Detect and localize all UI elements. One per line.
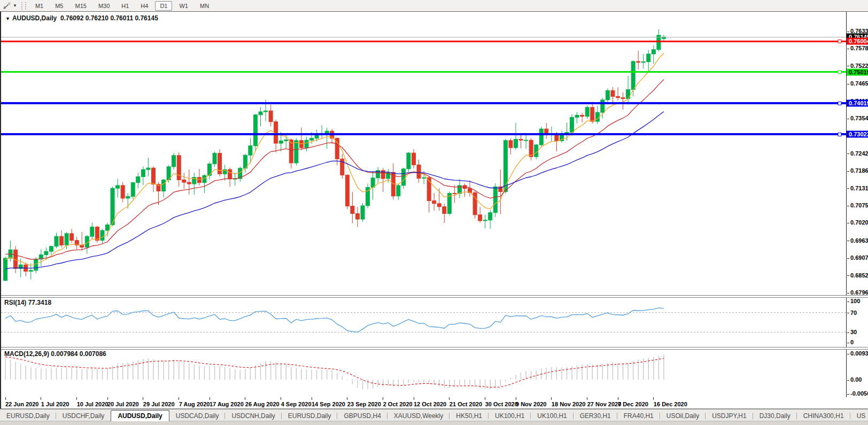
status-bar <box>0 421 868 425</box>
date-axis-label: 27 Nov 2020 <box>587 401 622 407</box>
rsi-axis-label: 100 <box>847 298 860 304</box>
price-axis-label: 0.71865 <box>847 167 868 174</box>
chart-tab-uk100-h1[interactable]: UK100,H1 <box>489 411 531 421</box>
macd-axis-label: -0.005674 <box>847 390 868 397</box>
price-axis-label: 0.69630 <box>847 237 868 244</box>
pane-splitter-rsi[interactable] <box>1 295 868 298</box>
chart-tab-usdjpy-h1[interactable]: USDJPY,H1 <box>706 411 753 421</box>
chart-tab-hk50-h1[interactable]: HK50,H1 <box>449 411 489 421</box>
collapse-triangle-icon[interactable]: ▼ <box>5 16 10 21</box>
hline-price-badge: 0.76004 <box>847 38 868 45</box>
date-axis-label: 16 Dec 2020 <box>654 401 687 407</box>
timeframe-button-m30[interactable]: M30 <box>94 1 114 11</box>
price-axis-label: 0.75780 <box>847 45 868 51</box>
date-axis-label: 21 Oct 2020 <box>449 401 482 407</box>
rsi-indicator-label: RSI(14) 77.3418 <box>4 299 51 306</box>
chart-title: ▼AUDUSD,Daily 0.76092 0.76210 0.76011 0.… <box>5 14 158 22</box>
timeframe-button-h1[interactable]: H1 <box>117 1 134 11</box>
hline-price-badge: 0.75019 <box>847 68 868 75</box>
chart-tab-ger30-h1[interactable]: GER30,H1 <box>574 411 617 421</box>
price-axis-label: 0.67965 <box>847 289 868 296</box>
timeframe-button-m1[interactable]: M1 <box>30 1 48 11</box>
date-axis-label: 10 Jul 2020 <box>77 401 108 407</box>
date-axis-label: 30 Oct 2020 <box>485 401 518 407</box>
timeframe-button-group: M1M5M15M30H1H4D1W1MN <box>29 1 215 11</box>
line-studies-tool-button[interactable]: ▼ <box>0 0 20 11</box>
macd-indicator-label: MACD(12,26,9) 0.007984 0.007086 <box>4 350 106 358</box>
date-axis-label: 2 Oct 2020 <box>383 401 413 407</box>
timeframe-button-h4[interactable]: H4 <box>136 1 153 11</box>
chart-ohlc-values: 0.76092 0.76210 0.76011 0.76145 <box>60 14 158 22</box>
timeframe-button-mn[interactable]: MN <box>195 1 214 11</box>
chevron-down-icon: ▼ <box>13 3 17 8</box>
chart-tab-bar: EURUSD,DailyUSDCHF,DailyAUDUSD,DailyUSDC… <box>0 409 868 421</box>
date-axis-label: 17 Aug 2020 <box>210 401 244 407</box>
chart-tab-dj30-daily[interactable]: DJ30,Daily <box>753 411 797 421</box>
date-axis-label: 22 Jun 2020 <box>5 401 38 407</box>
date-axis-label: 7 Dec 2020 <box>618 401 648 407</box>
chart-symbol-label: AUDUSD,Daily <box>12 14 57 22</box>
timeframe-button-w1[interactable]: W1 <box>174 1 193 11</box>
chart-tab-uk100-h1[interactable]: UK100,H1 <box>531 411 573 421</box>
macd-axis-label: 0.009318 <box>847 350 868 357</box>
price-axis-label: 0.68520 <box>847 272 868 279</box>
date-axis-label: 18 Nov 2020 <box>552 401 586 407</box>
chart-tab-xauusd-weekly[interactable]: XAUUSD,Weekly <box>387 411 449 421</box>
chart-tab-usdcad-daily[interactable]: USDCAD,Daily <box>169 411 226 421</box>
price-axis-label: 0.75225 <box>847 63 868 69</box>
date-axis-label: 23 Sep 2020 <box>347 401 381 407</box>
price-axis-label: 0.74655 <box>847 80 868 87</box>
pane-splitter-macd[interactable] <box>1 347 868 350</box>
price-axis-label: 0.72420 <box>847 150 868 157</box>
rsi-axis-label: 30 <box>847 329 857 335</box>
price-axis-label: 0.71310 <box>847 185 868 191</box>
chart-tab-fra40-h1[interactable]: FRA40,H1 <box>617 411 660 421</box>
chart-tab-usdcnh-daily[interactable]: USDCNH,Daily <box>225 411 281 421</box>
timeframe-button-d1[interactable]: D1 <box>155 1 172 11</box>
macd-axis-label: 0.00 <box>847 376 862 383</box>
mt4-application: { "toolbar": { "timeframes": ["M1","M5",… <box>0 0 868 425</box>
price-axis-label: 0.70755 <box>847 202 868 208</box>
chart-tab-usdchf-daily[interactable]: USDCHF,Daily <box>56 411 111 421</box>
date-axis-label: 12 Oct 2020 <box>414 401 446 407</box>
price-axis-label: 0.69075 <box>847 254 868 261</box>
date-axis-label: 9 Nov 2020 <box>516 401 546 407</box>
hline-price-badge: 0.74019 <box>847 100 868 107</box>
chart-tab-eurusd-daily[interactable]: EURUSD,Daily <box>282 411 338 421</box>
date-axis-label: 20 Jul 2020 <box>107 401 139 407</box>
timeframe-button-m5[interactable]: M5 <box>50 1 68 11</box>
chart-window: ▼AUDUSD,Daily 0.76092 0.76210 0.76011 0.… <box>0 11 868 409</box>
chart-tab-china300-h1[interactable]: CHINA300,H1 <box>797 411 850 421</box>
date-axis-label: 14 Sep 2020 <box>312 401 345 407</box>
toolbar-grip-handle[interactable] <box>21 2 26 10</box>
chart-tab-eurusd-daily[interactable]: EURUSD,Daily <box>0 411 56 421</box>
chart-tab-gbpusd-h4[interactable]: GBPUSD,H4 <box>337 411 387 421</box>
rsi-axis-label: 70 <box>847 310 857 316</box>
date-axis-label: 7 Aug 2020 <box>179 401 210 407</box>
rsi-axis-label: 0 <box>847 339 854 345</box>
timeframe-button-m15[interactable]: M15 <box>70 1 91 11</box>
date-axis-label: 1 Jul 2020 <box>41 401 69 407</box>
chart-tab-us[interactable]: US <box>850 411 868 421</box>
hline-price-badge: 0.73023 <box>847 131 868 138</box>
date-axis-label: 4 Sep 2020 <box>281 401 312 407</box>
price-axis-label: 0.73545 <box>847 115 868 121</box>
toolbar: ▼ M1M5M15M30H1H4D1W1MN <box>0 0 868 12</box>
date-axis-label: 29 Jul 2020 <box>143 401 175 407</box>
chart-tab-usoil-daily[interactable]: USOil,Daily <box>660 411 706 421</box>
crosshair-line-icon <box>3 2 12 10</box>
chart-tab-audusd-daily[interactable]: AUDUSD,Daily <box>111 410 169 421</box>
price-chart-canvas[interactable] <box>1 12 846 409</box>
date-axis-label: 26 Aug 2020 <box>245 401 280 407</box>
price-axis-label: 0.70200 <box>847 219 868 226</box>
